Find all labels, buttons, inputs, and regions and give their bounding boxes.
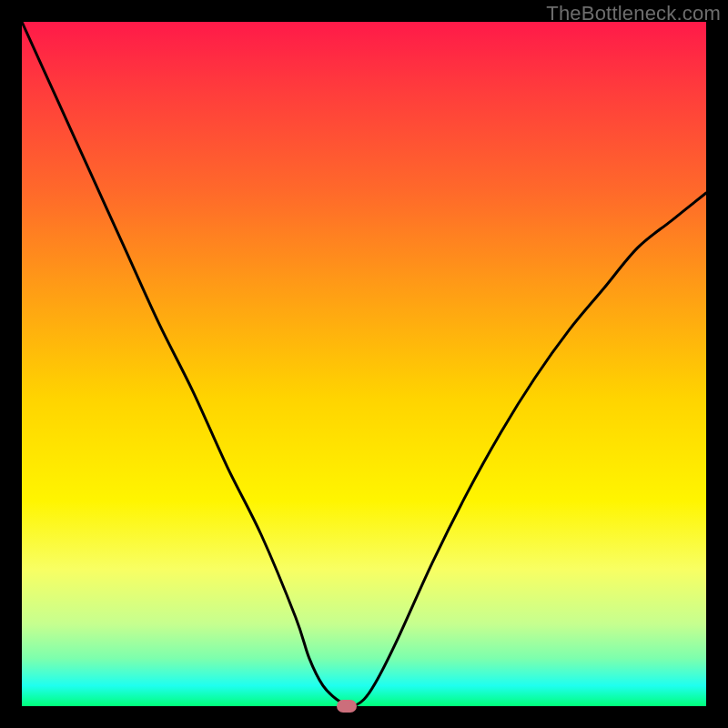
minimum-marker <box>337 700 357 713</box>
chart-plot-area <box>22 22 706 706</box>
bottleneck-curve <box>22 22 706 706</box>
chart-frame: TheBottleneck.com <box>0 0 728 728</box>
